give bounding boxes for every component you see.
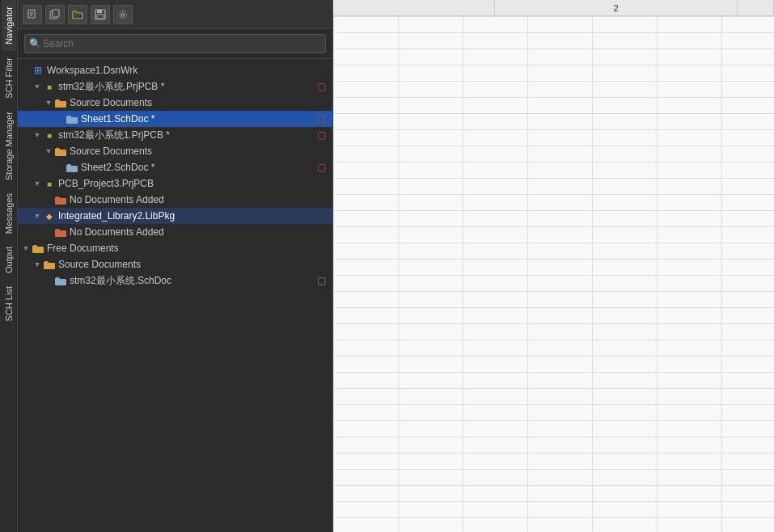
grid-lines (333, 16, 774, 532)
tree-sheet1[interactable]: Sheet1.SchDoc * ▢ (18, 111, 332, 127)
libpkg-nodocs-icon (55, 227, 66, 237)
libpkg-label: Integrated_Library2.LibPkg (58, 210, 329, 222)
sheet2-modified-icon: ▢ (317, 162, 329, 173)
proj3-icon (44, 178, 55, 189)
sheet2-label: Sheet2.SchDoc * (81, 162, 317, 173)
toolbar-settings-btn[interactable] (113, 5, 133, 24)
vtab-navigator[interactable]: Navigator (2, 0, 16, 51)
tree-freedocs-src[interactable]: Source Documents (18, 256, 332, 272)
vtab-storage-manager[interactable]: Storage Manager (2, 105, 16, 187)
search-icon: 🔍 (29, 38, 41, 49)
arrow-proj1 (32, 82, 42, 91)
proj1-modified-icon: ▢ (317, 81, 329, 92)
freedocs-stm32-modified-icon: ▢ (317, 275, 329, 286)
proj1-icon (44, 81, 55, 92)
tree-libpkg[interactable]: Integrated_Library2.LibPkg (18, 208, 332, 224)
proj3-nodocs-icon (55, 195, 66, 205)
arrow-proj3 (32, 179, 42, 188)
proj1-src-label: Source Documents (70, 97, 329, 108)
proj1-label: stm32最小系统.PrjPCB * (58, 80, 317, 94)
proj2-label: stm32最小系统1.PrjPCB * (58, 129, 317, 142)
libpkg-icon (44, 210, 55, 222)
toolbar-copy-btn[interactable] (45, 5, 65, 24)
search-input[interactable] (24, 34, 326, 53)
arrow-freedocs (21, 243, 31, 253)
vtab-output[interactable]: Output (2, 240, 16, 280)
svg-point-9 (121, 13, 125, 16)
header-col1 (333, 0, 495, 15)
toolbar-new-btn[interactable] (23, 5, 42, 24)
sheet1-icon (66, 114, 78, 124)
vtab-messages[interactable]: Messages (2, 187, 16, 240)
left-vtab-bar: Navigator SCH Filter Storage Manager Mes… (0, 0, 18, 532)
sheet1-label: Sheet1.SchDoc * (81, 113, 317, 125)
arrow-libpkg (32, 211, 42, 221)
tree-freedocs[interactable]: Free Documents (18, 240, 332, 256)
proj3-label: PCB_Project3.PrjPCB (58, 178, 329, 189)
svg-rect-5 (53, 10, 59, 17)
tree-proj2[interactable]: stm32最小系统1.PrjPCB * ▢ (18, 127, 332, 143)
arrow-proj2-src (44, 146, 53, 156)
tree-proj2-src[interactable]: Source Documents (18, 143, 332, 159)
tree-proj1-src[interactable]: Source Documents (18, 95, 332, 111)
freedocs-src-label: Source Documents (58, 259, 329, 270)
tree-sheet2[interactable]: Sheet2.SchDoc * ▢ (18, 159, 332, 175)
workspace-icon (32, 65, 44, 76)
proj2-src-icon (55, 146, 66, 156)
tree-proj1[interactable]: stm32最小系统.PrjPCB * ▢ (18, 78, 332, 95)
svg-rect-8 (97, 15, 104, 19)
proj2-src-label: Source Documents (70, 146, 329, 157)
main-content: 2 (333, 0, 774, 532)
arrow-freedocs-src (32, 260, 42, 269)
tree-proj3-nodocs[interactable]: No Documents Added (18, 192, 332, 208)
header-col2: 2 (495, 0, 738, 15)
libpkg-nodocs-label: No Documents Added (70, 226, 329, 238)
freedocs-stm32-label: stm32最小系统.SchDoc (70, 274, 317, 288)
freedocs-icon (32, 243, 44, 253)
vtab-sch-list[interactable]: SCH List (2, 280, 16, 327)
svg-rect-7 (97, 10, 102, 13)
sheet2-icon (66, 163, 78, 172)
tree-libpkg-nodocs[interactable]: No Documents Added (18, 224, 332, 240)
toolbar-save-btn[interactable] (91, 5, 110, 24)
tree-freedocs-stm32[interactable]: stm32最小系统.SchDoc ▢ (18, 272, 332, 289)
proj2-modified-icon: ▢ (317, 129, 329, 141)
proj1-src-icon (55, 98, 66, 108)
panel-toolbar (18, 0, 332, 29)
project-panel: 🔍 Workspace1.DsnWrk stm32最小系统.PrjPCB * ▢… (18, 0, 333, 532)
tree-workspace[interactable]: Workspace1.DsnWrk (18, 62, 332, 78)
workspace-label: Workspace1.DsnWrk (47, 65, 329, 76)
arrow-proj2 (32, 130, 42, 140)
grid-area (333, 16, 774, 532)
proj2-icon (44, 129, 55, 141)
search-bar: 🔍 (18, 29, 332, 59)
tree-proj3[interactable]: PCB_Project3.PrjPCB (18, 175, 332, 192)
freedocs-src-icon (44, 260, 55, 269)
project-tree: Workspace1.DsnWrk stm32最小系统.PrjPCB * ▢ S… (18, 59, 332, 532)
freedocs-stm32-icon (55, 276, 66, 285)
content-header: 2 (333, 0, 774, 16)
arrow-proj1-src (44, 98, 53, 108)
sheet1-modified-icon: ▢ (317, 113, 329, 125)
vtab-sch-filter[interactable]: SCH Filter (2, 51, 16, 105)
freedocs-label: Free Documents (47, 243, 329, 254)
header-col3 (738, 0, 774, 15)
proj3-nodocs-label: No Documents Added (70, 194, 329, 205)
toolbar-open-btn[interactable] (68, 5, 87, 24)
